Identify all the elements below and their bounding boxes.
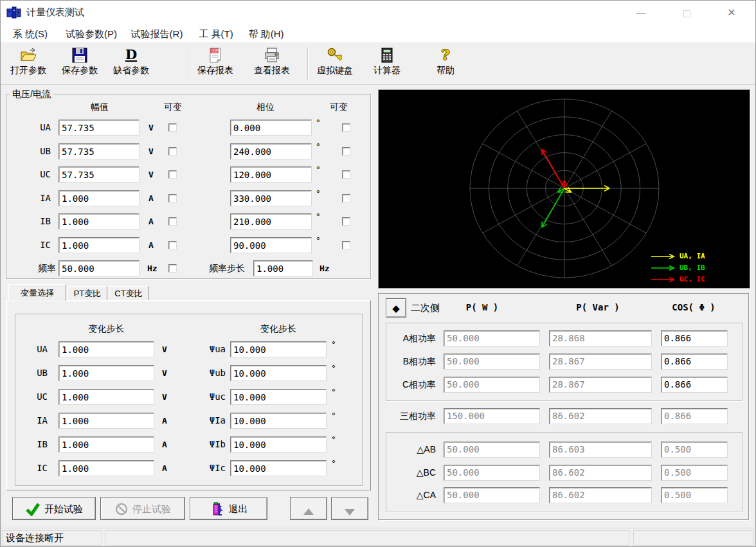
phase-variable-checkbox[interactable]: [342, 241, 350, 249]
stop-icon: [114, 502, 129, 516]
psi-step-input[interactable]: [230, 436, 327, 453]
frequency-input[interactable]: [59, 260, 140, 276]
scroll-down-button[interactable]: [331, 497, 368, 520]
device-status: 设备连接断开: [2, 530, 102, 546]
phase-input[interactable]: [230, 120, 312, 136]
p-w-value: 50.000: [444, 354, 540, 370]
psi-step-input[interactable]: [230, 460, 327, 476]
tab-pt-ratio[interactable]: PT变比: [68, 286, 107, 301]
view-report-button[interactable]: 查看报表: [250, 45, 294, 82]
phasor-legend-ua-ia: UA, IA: [651, 253, 705, 262]
stop-test-button[interactable]: 停止试验: [100, 497, 185, 520]
toolbar-separator: [188, 48, 188, 80]
phase-variable-checkbox[interactable]: [342, 123, 350, 132]
phase-input[interactable]: [230, 213, 312, 229]
open-params-button[interactable]: 打开参数: [7, 45, 50, 82]
phase-input[interactable]: [230, 166, 312, 183]
menu-test-report[interactable]: 试验报告(R): [128, 27, 186, 41]
stop-test-label: 停止试验: [132, 503, 171, 514]
menu-help[interactable]: 帮 助(H): [246, 27, 287, 41]
step-value-input[interactable]: [59, 389, 154, 405]
amplitude-input[interactable]: [59, 213, 140, 229]
p-w-value: 50.000: [444, 330, 540, 346]
phase-header: 相位: [230, 102, 301, 113]
phase-input[interactable]: [230, 237, 312, 253]
help-button[interactable]: ? 帮助: [424, 45, 467, 82]
unit-label: V: [148, 147, 154, 156]
cos-value: 0.866: [661, 408, 728, 424]
maximize-icon[interactable]: [672, 1, 701, 25]
calculator-button[interactable]: 计算器: [366, 45, 408, 82]
amplitude-input[interactable]: [59, 237, 140, 253]
amplitude-input[interactable]: [59, 120, 140, 136]
phase-variable-checkbox[interactable]: [342, 170, 350, 179]
row-label: UA: [24, 122, 51, 132]
amplitude-variable-checkbox[interactable]: [168, 123, 177, 132]
legend-label: UC, IC: [680, 275, 705, 283]
excel-report-icon: EXL: [206, 46, 224, 64]
psi-step-input[interactable]: [230, 341, 327, 357]
amplitude-variable-checkbox[interactable]: [168, 170, 177, 179]
step-value-input[interactable]: [59, 365, 154, 381]
secondary-power-panel: ◆ 二次侧 P( W ) P( Var ) COS( Φ ) A相功率 50.0…: [378, 293, 749, 520]
amplitude-variable-checkbox[interactable]: [168, 194, 177, 202]
psi-step-input[interactable]: [230, 413, 327, 429]
amplitude-variable-checkbox[interactable]: [168, 217, 177, 226]
unit-label: A: [162, 440, 167, 449]
step-value-input[interactable]: [59, 436, 154, 453]
step-value-input[interactable]: [59, 341, 154, 357]
phase-variable-checkbox[interactable]: [342, 147, 350, 156]
psi-label: Ψuc: [191, 391, 226, 402]
menu-tools[interactable]: 工 具(T): [195, 27, 237, 41]
printer-icon: [263, 46, 281, 64]
row-label: UA: [20, 344, 48, 354]
p-w-value: 150.000: [444, 408, 540, 424]
toolbar: 打开参数 保存参数 D 缺省参数 EXL: [1, 44, 755, 85]
cos-value: 0.500: [661, 487, 728, 503]
degree-label: °: [331, 435, 336, 444]
secondary-side-button[interactable]: ◆: [386, 298, 406, 318]
degree-label: °: [316, 118, 321, 127]
exit-button[interactable]: 退出: [190, 497, 267, 520]
amplitude-input[interactable]: [59, 166, 140, 183]
menu-system[interactable]: 系 统(S): [10, 27, 51, 41]
phase-input[interactable]: [230, 143, 312, 159]
default-params-button[interactable]: D 缺省参数: [110, 45, 152, 82]
psi-step-input[interactable]: [230, 365, 327, 381]
amplitude-variable-checkbox[interactable]: [168, 147, 177, 156]
frequency-variable-checkbox[interactable]: [168, 264, 177, 273]
unit-label: V: [148, 170, 154, 179]
tab-variable-select[interactable]: 变量选择: [8, 284, 66, 301]
current-row-ia: IA A °: [1, 190, 371, 208]
frequency-label: 频率: [19, 263, 56, 274]
row-label: IB: [24, 216, 51, 226]
amplitude-input[interactable]: [59, 143, 140, 159]
step-value-input[interactable]: [59, 460, 154, 476]
frequency-step-input[interactable]: [253, 260, 313, 276]
menu-test-params[interactable]: 试验参数(P): [62, 27, 120, 41]
tab-ct-ratio[interactable]: CT变比: [109, 286, 148, 301]
close-icon[interactable]: ✕: [717, 1, 746, 25]
step-row-uc: UC V Ψuc °: [1, 389, 371, 406]
status-bar: 设备连接断开: [1, 528, 755, 547]
amplitude-variable-checkbox[interactable]: [168, 241, 177, 249]
scroll-up-button[interactable]: [290, 497, 327, 520]
row-label: IB: [20, 439, 48, 449]
check-icon: [25, 502, 40, 516]
toolbar-label: 打开参数: [7, 64, 50, 76]
save-report-button[interactable]: EXL 保存报表: [194, 45, 237, 82]
minimize-icon[interactable]: —: [627, 1, 655, 25]
virtual-keyboard-button[interactable]: 虚拟键盘: [313, 45, 357, 82]
amplitude-input[interactable]: [59, 190, 140, 206]
phase-input[interactable]: [230, 190, 312, 206]
save-params-button[interactable]: 保存参数: [59, 45, 101, 82]
degree-label: °: [331, 363, 336, 373]
frequency-row: 频率 Hz 频率步长 Hz: [1, 260, 371, 278]
phase-variable-checkbox[interactable]: [342, 194, 350, 202]
unit-label: V: [162, 392, 167, 402]
start-test-button[interactable]: 开始试验: [12, 497, 96, 520]
step-value-input[interactable]: [59, 413, 154, 429]
phase-variable-checkbox[interactable]: [342, 217, 350, 226]
psi-step-input[interactable]: [230, 389, 327, 405]
unit-label: V: [148, 123, 154, 132]
